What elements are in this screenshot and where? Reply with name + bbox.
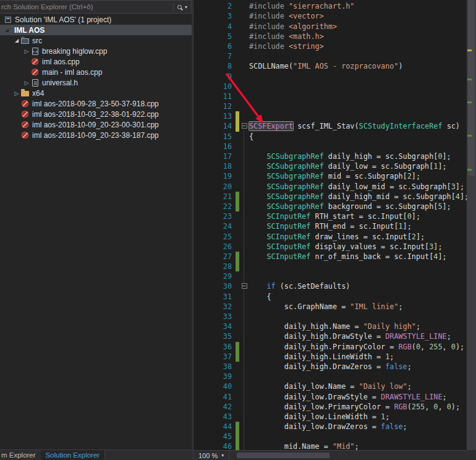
code-text[interactable]: daily_low.PrimaryColor = RGB(255, 0, 0); (249, 402, 460, 412)
code-line[interactable]: 28 (193, 262, 467, 271)
tree-expand-arrow[interactable]: ◢ (12, 38, 21, 43)
fold-toggle[interactable]: − (239, 121, 249, 131)
tree-item[interactable]: iml aos-2018-10-03_22-38-01-922.cpp (0, 109, 192, 119)
code-line[interactable]: 40 daily_low.Name = "Daily low"; (193, 381, 467, 391)
code-text[interactable]: SCSubgraphRef daily_high_mid = sc.Subgra… (249, 192, 469, 202)
code-line[interactable]: 18 SCSubgraphRef daily_low = sc.Subgraph… (193, 161, 467, 171)
code-line[interactable]: 10 (193, 82, 467, 92)
code-line[interactable]: 2#include "sierrachart.h" (193, 1, 467, 11)
code-line[interactable]: 24 SCInputRef RTH_end = sc.Input[1]; (193, 221, 467, 231)
tree-item[interactable]: iml aos-2018-09-28_23-50-37-918.cpp (0, 98, 192, 109)
search-icon[interactable] (177, 5, 182, 9)
tree-expand-arrow[interactable]: ▷ (22, 80, 31, 86)
code-text[interactable]: daily_low.DrawZeros = false; (249, 422, 407, 432)
code-text[interactable]: daily_low.Name = "Daily low"; (249, 381, 412, 391)
tree-item[interactable]: ▷++breaking higlow.cpp (0, 46, 192, 56)
tree-item[interactable]: iml aos-2018-10-09_20-23-00-301.cpp (0, 119, 192, 130)
code-line[interactable]: 5#include <math.h> (193, 32, 467, 41)
code-text[interactable]: #include <string> (249, 41, 324, 51)
code-text[interactable]: if (sc.SetDefaults) (249, 281, 350, 291)
code-line[interactable]: 8SCDLLName("IML AOS - rozpracovano") (193, 61, 467, 71)
tab-solution-explorer[interactable]: Solution Explorer (41, 450, 106, 460)
code-line[interactable]: 45 (193, 432, 467, 441)
code-text[interactable]: daily_high.DrawStyle = DRAWSTYLE_LINE; (249, 331, 451, 341)
code-text[interactable]: #include <vector> (249, 11, 324, 21)
code-line[interactable]: 14−SCSFExport scsf_IML_Stav(SCStudyInter… (193, 121, 467, 131)
code-text[interactable]: #include <math.h> (249, 32, 324, 41)
collapse-icon[interactable]: − (242, 283, 247, 289)
code-line[interactable]: 17 SCSubgraphRef daily_high = sc.Subgrap… (193, 151, 467, 161)
code-text[interactable]: SCDLLName("IML AOS - rozpracovano") (249, 61, 403, 71)
tree-item[interactable]: ◢src (0, 35, 192, 46)
code-line[interactable]: 12 (193, 101, 467, 111)
code-line[interactable]: 21 SCSubgraphRef daily_high_mid = sc.Sub… (193, 192, 467, 202)
code-line[interactable]: 7 (193, 51, 467, 61)
code-text[interactable]: SCInputRef RTH_end = sc.Input[1]; (249, 221, 412, 231)
chevron-down-icon[interactable]: ▾ (185, 4, 187, 10)
tree-item[interactable]: ▷universal.h (0, 77, 192, 88)
tree-expand-arrow[interactable]: ▷ (22, 48, 31, 54)
code-line[interactable]: 37 daily_high.LineWidth = 1; (193, 352, 467, 362)
code-line[interactable]: 43 daily_low.LineWidth = 1; (193, 412, 467, 422)
tab-team-explorer[interactable]: m Explorer (0, 450, 41, 460)
code-text[interactable]: daily_high.DrawZeros = false; (249, 362, 412, 372)
code-line[interactable]: 6#include <string> (193, 41, 467, 51)
code-text[interactable]: SCInputRef RTH_start = sc.Input[0]; (249, 211, 420, 221)
code-line[interactable]: 38 daily_high.DrawZeros = false; (193, 362, 467, 372)
code-line[interactable]: 35 daily_high.DrawStyle = DRAWSTYLE_LINE… (193, 331, 467, 341)
solution-root-row[interactable]: Solution 'IML AOS' (1 project) (0, 14, 192, 25)
code-line[interactable]: 22 SCSubgraphRef background = sc.Subgrap… (193, 202, 467, 211)
tree-expand-arrow[interactable]: ▷ (12, 90, 21, 96)
code-line[interactable]: 15{ (193, 132, 467, 142)
tree-item[interactable]: iml aos.cpp (0, 56, 192, 67)
code-text[interactable]: #include "sierrachart.h" (249, 1, 354, 11)
code-line[interactable]: 20 SCSubgraphRef daily_low_mid = sc.Subg… (193, 182, 467, 192)
code-text[interactable]: SCSubgraphRef daily_high = sc.Subgraph[0… (249, 151, 451, 161)
code-text[interactable]: daily_low.DrawStyle = DRAWSTYLE_LINE; (249, 392, 447, 402)
code-text[interactable]: SCInputRef display_values = sc.Input[3]; (249, 242, 443, 252)
code-line[interactable]: 25 SCInputRef draw_lines = sc.Input[2]; (193, 232, 467, 242)
code-text[interactable]: sc.GraphName = "IML linie"; (249, 302, 403, 312)
code-line[interactable]: 27 SCInputRef nr_of_mins_back = sc.Input… (193, 252, 467, 262)
tree-item[interactable]: ▷x64 (0, 88, 192, 98)
tree-expand-arrow[interactable]: ◢ (2, 27, 11, 33)
code-text[interactable]: SCSFExport scsf_IML_Stav(SCStudyInterfac… (249, 121, 460, 131)
code-line[interactable]: 19 SCSubgraphRef mid = sc.Subgraph[2]; (193, 171, 467, 181)
code-line[interactable]: 39 (193, 372, 467, 381)
fold-toggle[interactable]: − (239, 281, 249, 291)
project-row[interactable]: ◢ IML AOS (0, 25, 192, 35)
code-text[interactable]: { (249, 132, 253, 142)
tree-item[interactable]: iml aos-2018-10-09_20-23-38-187.cpp (0, 130, 192, 140)
code-text[interactable]: SCSubgraphRef background = sc.Subgraph[5… (249, 202, 451, 211)
code-line[interactable]: 3#include <vector> (193, 11, 467, 21)
code-text[interactable]: daily_low.LineWidth = 1; (249, 412, 389, 422)
code-line[interactable]: 31 { (193, 292, 467, 302)
code-text[interactable]: SCSubgraphRef daily_low_mid = sc.Subgrap… (249, 182, 464, 192)
code-text[interactable]: daily_high.LineWidth = 1; (249, 352, 394, 362)
code-line[interactable]: 32 sc.GraphName = "IML linie"; (193, 302, 467, 312)
code-line[interactable]: 9 (193, 72, 467, 82)
code-line[interactable]: 16 (193, 142, 467, 151)
collapse-icon[interactable]: − (242, 123, 247, 129)
code-line[interactable]: 34 daily_high.Name = "Daily high"; (193, 322, 467, 331)
code-text[interactable]: SCSubgraphRef mid = sc.Subgraph[2]; (249, 171, 420, 181)
code-area[interactable]: 1#include "sierrachart.h"2#include "sier… (193, 0, 467, 460)
code-text[interactable]: daily_high.Name = "Daily high"; (249, 322, 420, 331)
code-line[interactable]: 29 (193, 271, 467, 281)
code-line[interactable]: 30− if (sc.SetDefaults) (193, 281, 467, 291)
code-line[interactable]: 42 daily_low.PrimaryColor = RGB(255, 0, … (193, 402, 467, 412)
horizontal-scrollbar[interactable] (229, 451, 467, 460)
code-line[interactable]: 41 daily_low.DrawStyle = DRAWSTYLE_LINE; (193, 392, 467, 402)
code-text[interactable]: daily_high.PrimaryColor = RGB(0, 255, 0)… (249, 342, 464, 352)
code-line[interactable]: 26 SCInputRef display_values = sc.Input[… (193, 242, 467, 252)
scrollbar-thumb[interactable] (468, 0, 475, 176)
code-editor[interactable]: 1#include "sierrachart.h"2#include "sier… (193, 0, 476, 460)
code-text[interactable]: { (249, 292, 271, 302)
code-line[interactable]: 11 (193, 92, 467, 101)
vertical-scrollbar[interactable] (467, 0, 476, 450)
zoom-control[interactable]: 100 % ▾ (193, 451, 229, 460)
scrollbar-thumb[interactable] (237, 453, 329, 458)
code-line[interactable]: 36 daily_high.PrimaryColor = RGB(0, 255,… (193, 342, 467, 352)
code-text[interactable]: #include <algorithm> (249, 22, 337, 32)
code-line[interactable]: 23 SCInputRef RTH_start = sc.Input[0]; (193, 211, 467, 221)
